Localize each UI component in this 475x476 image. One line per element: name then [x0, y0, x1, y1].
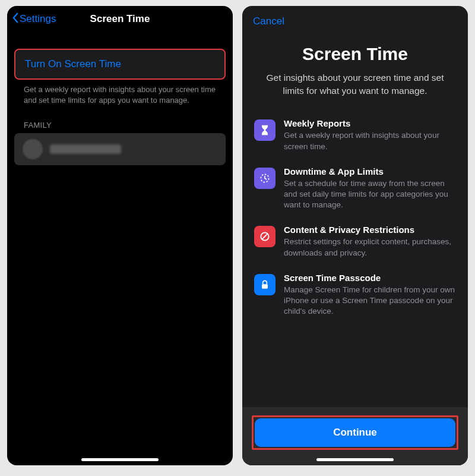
- home-indicator[interactable]: [81, 458, 159, 461]
- family-section-header: FAMILY: [24, 121, 233, 130]
- feature-title: Screen Time Passcode: [284, 273, 456, 283]
- back-button[interactable]: Settings: [12, 12, 56, 26]
- feature-desc: Set a schedule for time away from the sc…: [284, 178, 456, 211]
- feature-downtime: Downtime & App Limits Set a schedule for…: [254, 166, 456, 211]
- feature-list: Weekly Reports Get a weekly report with …: [242, 97, 468, 317]
- feature-weekly-reports: Weekly Reports Get a weekly report with …: [254, 118, 456, 152]
- feature-title: Weekly Reports: [284, 118, 456, 128]
- feature-passcode: Screen Time Passcode Manage Screen Time …: [254, 273, 456, 317]
- hero-title: Screen Time: [254, 44, 456, 64]
- family-member-name: [50, 144, 121, 154]
- continue-button[interactable]: Continue: [255, 418, 455, 447]
- family-member-row[interactable]: [14, 133, 226, 165]
- feature-title: Downtime & App Limits: [284, 166, 456, 176]
- feature-restrictions: Content & Privacy Restrictions Restrict …: [254, 225, 456, 258]
- cancel-button[interactable]: Cancel: [242, 6, 295, 27]
- svg-line-2: [262, 234, 267, 239]
- hero-subtitle: Get insights about your screen time and …: [254, 71, 456, 97]
- chevron-left-icon: [12, 12, 18, 26]
- bottom-bar: Continue: [242, 407, 468, 465]
- turn-on-cell[interactable]: Turn On Screen Time: [14, 49, 226, 80]
- no-entry-icon: [254, 226, 276, 247]
- feature-desc: Get a weekly report with insights about …: [284, 130, 456, 152]
- clock-dashed-icon: [254, 168, 276, 189]
- onboarding-screen: Cancel Screen Time Get insights about yo…: [242, 6, 468, 465]
- home-indicator[interactable]: [316, 458, 394, 461]
- nav-bar: Settings Screen Time: [7, 6, 233, 32]
- feature-desc: Manage Screen Time for children from you…: [284, 285, 456, 317]
- hourglass-icon: [254, 119, 276, 141]
- turn-on-description: Get a weekly report with insights about …: [24, 84, 216, 105]
- avatar: [23, 139, 43, 159]
- continue-highlight: Continue: [252, 415, 458, 450]
- svg-rect-3: [262, 284, 268, 289]
- feature-desc: Restrict settings for explicit content, …: [284, 237, 456, 258]
- turn-on-label: Turn On Screen Time: [25, 58, 215, 70]
- hero: Screen Time Get insights about your scre…: [242, 27, 468, 97]
- settings-screen: Settings Screen Time Turn On Screen Time…: [7, 6, 233, 465]
- lock-icon: [254, 274, 276, 295]
- back-label: Settings: [20, 13, 56, 25]
- feature-title: Content & Privacy Restrictions: [284, 225, 456, 235]
